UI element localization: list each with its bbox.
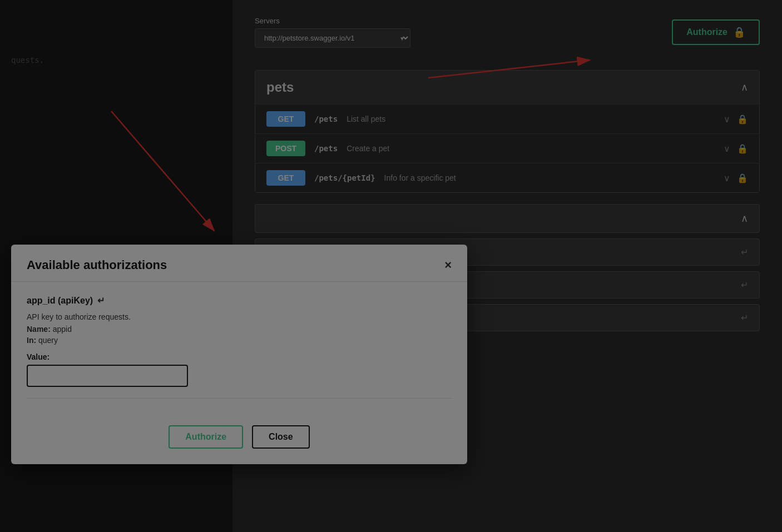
modal-overlay — [0, 0, 782, 532]
